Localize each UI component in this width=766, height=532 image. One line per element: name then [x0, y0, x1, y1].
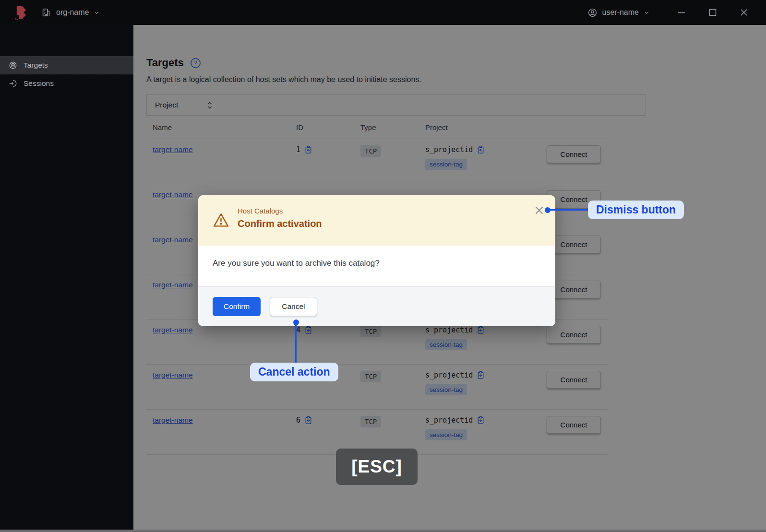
dialog-footer: Confirm Cancel: [198, 286, 555, 326]
dismiss-button[interactable]: [535, 206, 544, 215]
session-arrow-icon: [9, 79, 17, 88]
dismiss-annotation-dot: [545, 207, 551, 213]
dismiss-annotation-label: Dismiss button: [588, 201, 684, 219]
warning-icon: [213, 213, 229, 246]
sidebar-item-label: Targets: [24, 61, 48, 70]
org-switcher[interactable]: org-name: [41, 7, 100, 18]
sidebar-item-label: Sessions: [24, 79, 54, 88]
confirm-button[interactable]: Confirm: [213, 297, 261, 316]
user-menu[interactable]: user-name: [587, 8, 650, 18]
cancel-annotation-dot: [293, 319, 299, 325]
maximize-button[interactable]: [708, 8, 718, 17]
window-bottom-edge: [0, 530, 766, 532]
sidebar-item-sessions[interactable]: Sessions: [0, 74, 133, 93]
cancel-button[interactable]: Cancel: [270, 297, 317, 316]
sidebar: Targets Sessions: [0, 25, 133, 532]
confirm-dialog: Host Catalogs Confirm activation Are you…: [198, 195, 555, 326]
close-window-button[interactable]: [739, 8, 749, 17]
chevron-down-icon: [644, 10, 650, 16]
titlebar: org-name user-name: [0, 0, 766, 25]
org-name-label: org-name: [56, 8, 89, 17]
user-name-label: user-name: [602, 8, 639, 17]
esc-key-indicator: [ESC]: [336, 449, 418, 485]
cancel-annotation-label: Cancel action: [250, 363, 338, 381]
cancel-annotation-line: [295, 322, 297, 364]
dialog-header: Host Catalogs Confirm activation: [198, 195, 555, 246]
dialog-message: Are you sure you want to archive this ca…: [198, 246, 555, 286]
sidebar-item-targets[interactable]: Targets: [0, 56, 133, 74]
dismiss-annotation-line: [548, 209, 592, 211]
minimize-button[interactable]: [677, 8, 686, 17]
target-icon: [9, 61, 17, 70]
chevron-down-icon: [94, 10, 100, 16]
user-icon: [587, 8, 598, 18]
dialog-title: Confirm activation: [238, 218, 322, 229]
boundary-logo: [13, 5, 28, 21]
dialog-kicker: Host Catalogs: [238, 207, 322, 215]
org-icon: [41, 7, 51, 18]
